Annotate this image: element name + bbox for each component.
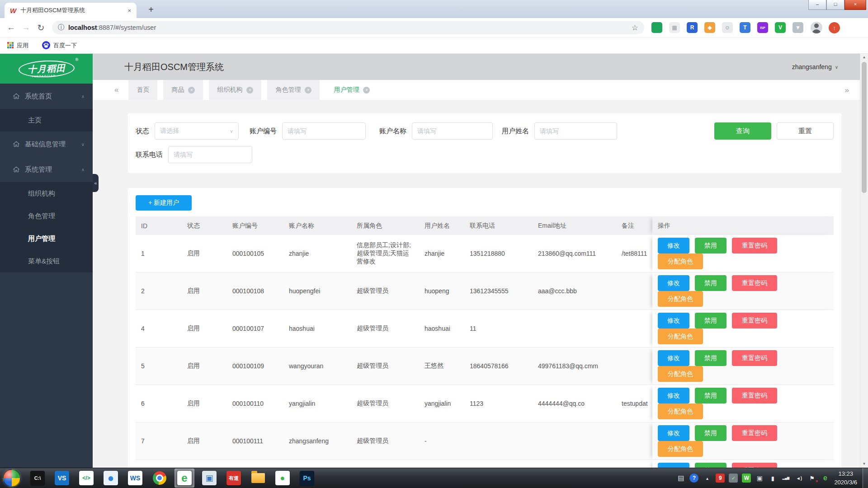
reset-password-button[interactable]: 重置密码 bbox=[732, 275, 777, 291]
network-flag-icon[interactable]: ⚑× bbox=[807, 474, 816, 483]
folder-icon[interactable] bbox=[249, 469, 268, 487]
reload-icon[interactable]: ↻ bbox=[33, 23, 48, 33]
tab-user[interactable]: 用户管理× bbox=[326, 80, 378, 100]
scroll-up-icon[interactable]: ▲ bbox=[860, 54, 868, 61]
tab-home[interactable]: 首页 bbox=[128, 80, 157, 100]
back-icon[interactable]: ← bbox=[4, 23, 19, 33]
scroll-down-icon[interactable]: ▼ bbox=[860, 460, 868, 468]
photoshop-icon[interactable]: Ps bbox=[297, 469, 316, 487]
disable-button[interactable]: 禁用 bbox=[695, 238, 726, 253]
sidebar-item-menu-button[interactable]: 菜单&按钮 bbox=[0, 250, 93, 272]
disable-button[interactable]: 禁用 bbox=[695, 350, 726, 366]
disable-button[interactable]: 禁用 bbox=[695, 275, 726, 291]
extension-orange-icon[interactable]: ◆ bbox=[704, 22, 715, 33]
close-window-icon[interactable]: × bbox=[844, 0, 866, 10]
close-tab-icon[interactable]: × bbox=[188, 87, 195, 94]
assign-role-button[interactable]: 分配角色 bbox=[658, 291, 703, 307]
browser-e-icon[interactable]: e bbox=[175, 469, 194, 488]
green-app-icon[interactable]: ● bbox=[273, 469, 292, 487]
browser-tab[interactable]: W 十月稻田OSCM管理系统 × bbox=[5, 3, 137, 18]
disable-button[interactable]: 禁用 bbox=[695, 463, 726, 468]
search-button[interactable]: 查询 bbox=[714, 122, 771, 140]
close-tab-icon[interactable]: × bbox=[305, 87, 311, 94]
taskbar-clock[interactable]: 13:23 2020/3/6 bbox=[834, 469, 857, 487]
usb-icon[interactable]: ✓ bbox=[729, 474, 738, 483]
maximize-window-icon[interactable]: □ bbox=[826, 0, 844, 10]
modify-button[interactable]: 修改 bbox=[658, 238, 689, 253]
tray-expand-icon[interactable]: ▴ bbox=[703, 474, 712, 483]
volume-icon[interactable]: ◄) bbox=[794, 474, 803, 483]
modify-button[interactable]: 修改 bbox=[658, 275, 689, 291]
new-user-button[interactable]: + 新建用户 bbox=[136, 195, 192, 211]
modify-button[interactable]: 修改 bbox=[658, 388, 689, 404]
sidebar-collapse-handle[interactable]: « bbox=[93, 174, 99, 192]
reset-password-button[interactable]: 重置密码 bbox=[732, 350, 777, 366]
sidebar-item-role[interactable]: 角色管理 bbox=[0, 205, 93, 227]
page-info-icon[interactable]: ⓘ bbox=[58, 23, 64, 32]
scrollbar-thumb[interactable] bbox=[862, 62, 867, 193]
tabs-scroll-right-icon[interactable]: » bbox=[845, 86, 849, 95]
sidebar-item-system-home[interactable]: 系统首页∧ bbox=[0, 84, 93, 109]
reset-password-button[interactable]: 重置密码 bbox=[732, 238, 777, 253]
extension-r-icon[interactable]: R bbox=[687, 22, 698, 33]
status-select[interactable]: 请选择 ∨ bbox=[155, 122, 239, 140]
disable-button[interactable]: 禁用 bbox=[695, 388, 726, 404]
forward-icon[interactable]: → bbox=[19, 23, 33, 33]
assign-role-button[interactable]: 分配角色 bbox=[658, 328, 703, 344]
screenshot-tool-icon[interactable]: ▣ bbox=[200, 469, 219, 487]
browser-menu-update-icon[interactable]: ↑ bbox=[829, 22, 840, 33]
sidebar-item-user[interactable]: 用户管理 bbox=[0, 227, 93, 250]
extension-v-icon[interactable]: V bbox=[775, 22, 786, 33]
reset-button[interactable]: 重置 bbox=[777, 122, 834, 140]
signal-icon[interactable]: ▂▄▆ bbox=[781, 474, 790, 483]
minimize-window-icon[interactable]: – bbox=[808, 0, 826, 10]
extension-face-icon[interactable]: ☺ bbox=[722, 22, 733, 33]
disable-button[interactable]: 禁用 bbox=[695, 313, 726, 328]
vscode-icon[interactable]: VS bbox=[52, 469, 71, 487]
extension-green-icon[interactable] bbox=[651, 22, 662, 33]
reset-password-button[interactable]: 重置密码 bbox=[732, 425, 777, 441]
projector-icon[interactable]: ▣ bbox=[755, 474, 764, 483]
keyboard-icon[interactable]: ▤ bbox=[676, 474, 685, 483]
reset-password-button[interactable]: 重置密码 bbox=[732, 388, 777, 404]
new-tab-button[interactable]: + bbox=[145, 4, 157, 16]
bookmark-baidu[interactable]: 百度一下 bbox=[42, 41, 77, 51]
account-name-input[interactable] bbox=[412, 122, 493, 140]
tab-goods[interactable]: 商品× bbox=[163, 80, 203, 100]
sidebar-item-home[interactable]: 主页 bbox=[0, 109, 93, 131]
account-no-input[interactable] bbox=[282, 122, 366, 140]
wechat-icon[interactable]: W bbox=[742, 474, 751, 483]
phone-input[interactable] bbox=[168, 146, 252, 163]
help-icon[interactable]: ? bbox=[689, 474, 698, 483]
start-button[interactable] bbox=[3, 469, 21, 487]
sidebar-item-org[interactable]: 组织机构 bbox=[0, 182, 93, 205]
assign-role-button[interactable]: 分配角色 bbox=[658, 366, 703, 382]
assign-role-button[interactable]: 分配角色 bbox=[658, 404, 703, 419]
sidebar-item-system-mgmt[interactable]: 系统管理∧ bbox=[0, 157, 93, 182]
tab-org[interactable]: 组织机构× bbox=[209, 80, 261, 100]
extension-isp-icon[interactable]: ISP bbox=[757, 22, 768, 33]
address-bar[interactable]: ⓘ localhost:8887/#/system/user ☆ bbox=[52, 21, 644, 34]
wps-icon[interactable]: WS bbox=[126, 469, 145, 487]
user-name-input[interactable] bbox=[534, 122, 617, 140]
red-app-tray-icon[interactable]: 9 bbox=[716, 474, 725, 483]
user-menu[interactable]: zhangsanfeng ∨ bbox=[792, 63, 838, 70]
extension-grid-icon[interactable]: ▦ bbox=[669, 22, 680, 33]
ie-tray-icon[interactable]: e bbox=[821, 474, 830, 483]
extension-shield-icon[interactable]: ▼ bbox=[793, 22, 803, 33]
extension-pin-icon[interactable]: T bbox=[740, 22, 750, 33]
chrome-icon[interactable] bbox=[150, 469, 169, 487]
show-desktop-button[interactable] bbox=[863, 468, 868, 488]
profile-icon[interactable] bbox=[811, 22, 822, 33]
tab-role[interactable]: 角色管理× bbox=[267, 80, 320, 100]
bookmark-star-icon[interactable]: ☆ bbox=[632, 23, 638, 33]
bookmark-apps[interactable]: 应用 bbox=[7, 42, 28, 50]
tabs-scroll-left-icon[interactable]: « bbox=[114, 85, 118, 94]
page-scrollbar[interactable]: ▲ ▼ bbox=[860, 54, 868, 468]
disable-button[interactable]: 禁用 bbox=[695, 425, 726, 441]
sidebar-item-basic-info[interactable]: 基础信息管理∨ bbox=[0, 131, 93, 157]
modify-button[interactable]: 修改 bbox=[658, 313, 689, 328]
modify-button[interactable]: 修改 bbox=[658, 463, 689, 468]
close-tab-icon[interactable]: × bbox=[363, 87, 370, 94]
reset-password-button[interactable]: 重置密码 bbox=[732, 463, 777, 468]
